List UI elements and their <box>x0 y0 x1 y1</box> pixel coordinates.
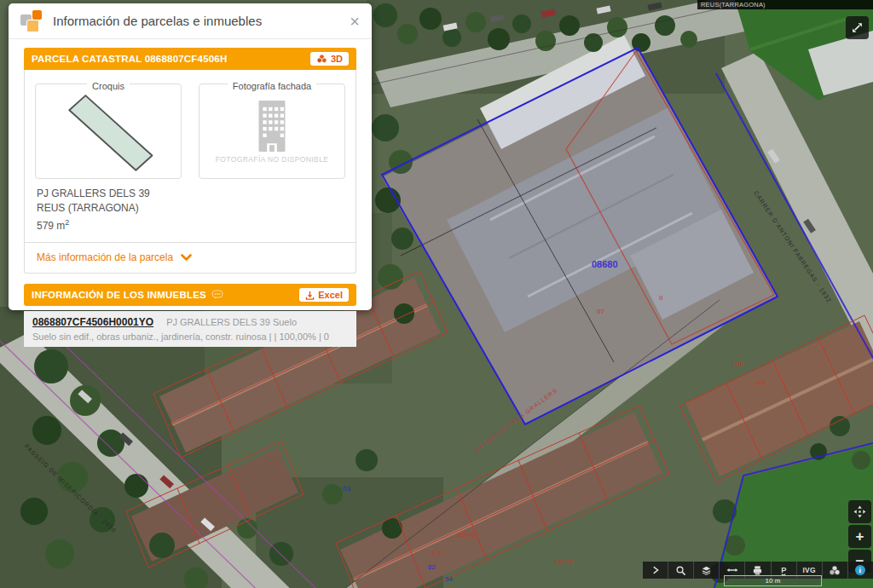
map-label: II <box>659 294 662 302</box>
toolbar-expand-button[interactable] <box>643 562 668 579</box>
p-marker-icon: P <box>778 565 789 576</box>
pan-arrows-icon <box>853 505 866 518</box>
map-label: -I+III <box>730 360 743 368</box>
3d-spheres-icon <box>316 54 327 64</box>
toolbar-3d-button[interactable] <box>822 562 847 579</box>
pan-button[interactable] <box>848 500 871 523</box>
property-details: Suelo sin edif., obras urbaniz., jardine… <box>32 331 348 342</box>
layers-icon <box>701 565 712 576</box>
toolbar-search-button[interactable] <box>668 562 693 579</box>
info-icon: i <box>854 564 866 576</box>
building-icon <box>247 99 297 153</box>
parcel-card-body: Croquis Fotografía fachada <box>24 70 356 274</box>
map-label: SS+III <box>457 531 476 539</box>
facade-legend: Fotografía fachada <box>228 81 316 91</box>
parcel-section: PARCELA CATASTRAL 0868807CF4506H 3D Croq… <box>24 48 356 274</box>
map-attribution: REUS(TARRAGONA) <box>697 0 873 9</box>
panel-header: Información de parcelas e inmuebles × <box>9 3 372 39</box>
svg-text:P: P <box>781 566 786 574</box>
photo-unavailable-label: FOTOGRAFÍA NO DISPONIBLE <box>216 155 329 164</box>
map-label: -I+II <box>754 379 766 387</box>
parcel-info-panel: Información de parcelas e inmuebles × PA… <box>9 3 372 310</box>
more-info-link[interactable]: Más información de la parcela <box>25 242 356 273</box>
map-label: 07 <box>597 308 604 315</box>
fullscreen-button[interactable] <box>846 16 869 39</box>
property-address: PJ GRALLERS DELS 39 Suelo <box>166 317 297 327</box>
parcel-section-header: PARCELA CATASTRAL 0868807CF4506H 3D <box>24 48 356 70</box>
map-label: SS+III <box>554 558 573 566</box>
inmuebles-section-header: INFORMACIÓN DE LOS INMUEBLES Excel <box>24 284 356 306</box>
printer-icon <box>752 565 763 576</box>
croquis-legend: Croquis <box>87 81 130 91</box>
property-row: 0868807CF4506H0001YO PJ GRALLERS DELS 39… <box>24 311 356 347</box>
cadastral-reference-link[interactable]: 0868807CF4506H0001YO <box>32 316 153 328</box>
expand-diagonal-icon <box>851 21 864 34</box>
parcel-number-label: 08680 <box>592 259 618 269</box>
map-label: -I+II <box>431 550 442 557</box>
zoom-in-button[interactable]: + <box>848 525 871 548</box>
chevron-down-icon <box>181 254 192 262</box>
croquis-box: Croquis <box>35 84 182 179</box>
house-number-label: 54 <box>445 575 453 583</box>
measure-arrows-icon <box>726 566 738 574</box>
inmuebles-header-label: INFORMACIÓN DE LOS INMUEBLES <box>32 290 206 300</box>
excel-export-button[interactable]: Excel <box>299 288 349 302</box>
search-icon <box>675 565 686 576</box>
chevron-right-icon <box>650 565 661 575</box>
house-number-label: 03 <box>343 485 350 493</box>
parcel-sketch <box>40 89 176 174</box>
catastro-parcels-icon <box>20 10 43 32</box>
address-line1: PJ GRALLERS DELS 39 <box>37 187 344 201</box>
download-icon <box>305 291 315 300</box>
house-number-label: 62 <box>428 563 436 571</box>
view-3d-button[interactable]: 3D <box>310 52 349 66</box>
close-icon[interactable]: × <box>350 13 360 30</box>
scale-bar: 10 m <box>724 575 822 586</box>
toolbar-info-button[interactable]: i <box>847 562 873 579</box>
view-3d-label: 3D <box>331 54 343 64</box>
toolbar-layers-button[interactable] <box>693 562 719 579</box>
excel-button-label: Excel <box>318 290 343 300</box>
cadastral-map-viewer: 08680 07 II -I+III -I+II SS+III -I+II SS… <box>0 0 873 588</box>
parcel-header-label: PARCELA CATASTRAL 0868807CF4506H <box>32 54 227 64</box>
comment-bubble-icon <box>211 290 223 300</box>
scale-label: 10 m <box>766 577 781 585</box>
parcel-address: PJ GRALLERS DELS 39 REUS (TARRAGONA) 579… <box>35 179 345 242</box>
parcel-area: 579 m2 <box>37 216 344 233</box>
3d-spheres-icon <box>829 565 841 576</box>
more-info-label: Más información de la parcela <box>37 251 173 263</box>
address-line2: REUS (TARRAGONA) <box>37 201 344 216</box>
panel-title: Información de parcelas e inmuebles <box>53 14 262 28</box>
inmuebles-section: INFORMACIÓN DE LOS INMUEBLES Excel <box>24 284 356 347</box>
facade-photo-box: Fotografía fachada <box>199 84 345 179</box>
